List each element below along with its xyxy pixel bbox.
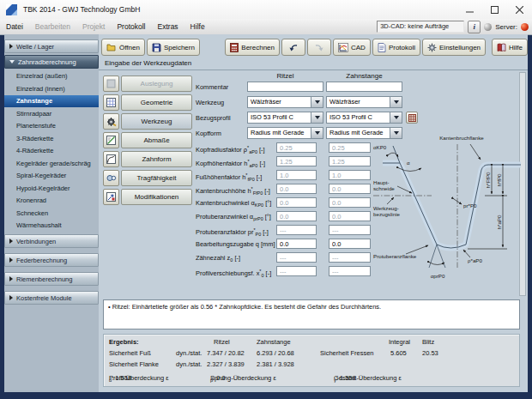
settings-label: Einstellungen (439, 44, 481, 51)
dropdown-arrow-icon[interactable] (311, 128, 323, 138)
tab-label: Zahnform (121, 151, 192, 167)
sidebar-group-zahnradberechnung[interactable]: Zahnradberechnung (4, 55, 99, 69)
cad-button[interactable]: CAD (333, 39, 371, 56)
werkzeug-select-zahnstange[interactable]: Wälzfräser (326, 96, 402, 108)
field-label-bezugsprofil: Bezugsprofil (196, 112, 231, 124)
sidebar-item-waermehaushalt[interactable]: Wärmehaushalt (4, 220, 99, 232)
help-button[interactable]: Hilfe (492, 39, 528, 56)
sidebar-item-4-raederkette[interactable]: 4-Räderkette (4, 145, 99, 157)
kopfradiusfaktor-ritzel (276, 142, 317, 153)
sidebar-group-riemenberechnung[interactable]: Riemenberechnung (4, 272, 99, 286)
kopfhoehenfaktor-zahnstange (329, 156, 371, 166)
gear-icon (427, 43, 437, 52)
kantenbruchwinkel-zahnstange (329, 197, 371, 208)
sidebar-item-einzelrad-innen[interactable]: Einzelrad (innen) (4, 83, 99, 95)
redo-button (307, 39, 331, 56)
info-button[interactable]: i (468, 21, 481, 33)
undo-button[interactable] (281, 39, 305, 56)
menu-extras[interactable]: Extras (152, 20, 184, 34)
profilverschiebung-ritzel (276, 266, 317, 276)
results-col-integral: Integral (389, 338, 410, 346)
selected-value: ISO 53 Profil C (248, 112, 311, 123)
result-fuss-zahnstange: 6.293 / 20.68 (257, 349, 294, 357)
dropdown-arrow-icon[interactable] (390, 97, 402, 107)
diagram-label-h-fp0: h*fP0 (496, 173, 502, 187)
fusshoehenfaktor-ritzel (276, 170, 317, 180)
diagram-label-alpha-prp0: αprP0 (431, 273, 445, 279)
tab-auslegung: Auslegung (103, 76, 192, 92)
tab-werkzeug[interactable]: Werkzeug (103, 113, 192, 130)
sidebar-item-einzelrad-aussen[interactable]: Einzelrad (außen) (4, 70, 99, 82)
sidebar-item-schnecken[interactable]: Schnecken (4, 208, 99, 220)
server-label: Server: (495, 23, 517, 31)
toolbar: Öffnen Speichern Berechnen (101, 38, 528, 57)
cad-status-field: 3D-CAD: keine Aufträge (377, 21, 464, 33)
result-flanke-mode: dyn./stat. (176, 360, 202, 368)
sidebar-item-zahnstange[interactable]: Zahnstange (4, 95, 99, 107)
field-label-werkzeug: Werkzeug (196, 97, 224, 108)
help-label: Hilfe (509, 44, 523, 51)
minimize-button[interactable] (457, 0, 482, 19)
tab-abmasse[interactable]: Abmaße (103, 132, 192, 148)
section-header: Eingabe der Werkzeugdaten (99, 57, 528, 70)
field-label-protuberanzwinkel: Protuberanzwinkel αprP0 [°] (196, 211, 271, 225)
bearbeitungszugabe-ritzel[interactable] (276, 239, 317, 249)
sidebar-item-kegelraeder[interactable]: Kegelräder gerade/schräg (4, 158, 99, 170)
bearbeitungszugabe-zahnstange[interactable] (329, 239, 371, 249)
result-flanke-zahnstange: 2.381 / 3.928 (257, 360, 294, 368)
maximize-icon (491, 6, 499, 14)
minimize-icon (466, 6, 474, 14)
save-button[interactable]: Speichern (147, 39, 200, 56)
zaehnezahl-zahnstange (329, 252, 371, 263)
app-logo-icon (6, 4, 17, 15)
result-sprung-ueberdeckung: Sprung-Überdeckung εβ: 0.0 (210, 374, 213, 383)
werkzeug-select-ritzel[interactable]: Wälzfräser (247, 96, 323, 108)
sidebar-group-label: Verbindungen (16, 238, 56, 245)
tab-modifikationen[interactable]: Modifikationen (103, 189, 192, 205)
sidebar-group-welle-lager[interactable]: Welle / Lager (4, 39, 99, 53)
dropdown-arrow-icon[interactable] (311, 112, 323, 123)
tab-tragfaehigkeit[interactable]: Tragfähigkeit (103, 170, 192, 186)
kommentar-input-ritzel[interactable] (247, 82, 323, 92)
open-button[interactable]: Öffnen (101, 39, 145, 56)
app-window: TBK 2014 - GWJ Technology GmbH Datei Bea… (0, 0, 532, 399)
sidebar-item-3-raederkette[interactable]: 3-Räderkette (4, 133, 99, 145)
help-book-icon (497, 43, 506, 52)
menubar-status-cluster: 3D-CAD: keine Aufträge i Server: (377, 21, 532, 33)
protocol-button[interactable]: Protokoll (372, 39, 420, 56)
tragfaehigkeit-icon (103, 170, 119, 186)
diagram-label-alpha-kp0: αKP0 (373, 144, 387, 150)
maximize-button[interactable] (482, 0, 507, 19)
settings-button[interactable]: Einstellungen (422, 39, 486, 56)
menu-protokoll[interactable]: Protokoll (111, 20, 151, 34)
menu-hilfe[interactable]: Hilfe (184, 20, 211, 34)
result-fressen-integral: 5.605 (390, 349, 407, 357)
sidebar-item-spiral-kegelraeder[interactable]: Spiral-Kegelräder (4, 170, 99, 182)
zahnform-icon (103, 151, 119, 167)
floppy-save-icon (152, 43, 161, 52)
kopfform-select-ritzel[interactable]: Radius mit Gerade (247, 127, 323, 139)
sidebar-group-kostenfreie-module[interactable]: Kostenfreie Module (4, 291, 99, 305)
sidebar-item-kronenrad[interactable]: Kronenrad (4, 195, 99, 207)
close-button[interactable] (507, 0, 532, 19)
menu-datei[interactable]: Datei (0, 20, 29, 34)
protocol-label: Protokoll (389, 44, 415, 51)
tab-label: Auslegung (121, 76, 192, 92)
kommentar-input-zahnstange[interactable] (326, 82, 402, 92)
result-fuss-mode: dyn./stat. (176, 349, 202, 357)
tab-zahnform[interactable]: Zahnform (103, 151, 192, 167)
expand-arrow-icon (9, 276, 13, 281)
sidebar-group-verbindungen[interactable]: Verbindungen (4, 234, 99, 248)
tab-label: Tragfähigkeit (121, 170, 192, 186)
bezugsprofil-select-ritzel[interactable]: ISO 53 Profil C (247, 112, 323, 124)
results-col-zahnstange: Zahnstange (257, 338, 291, 346)
sidebar-item-planetenstufe[interactable]: Planetenstufe (4, 120, 99, 132)
sidebar-group-label: Federberechnung (16, 257, 67, 264)
tab-geometrie[interactable]: Geometrie (103, 94, 192, 111)
calculate-button[interactable]: Berechnen (225, 39, 280, 56)
sidebar-group-federberechnung[interactable]: Federberechnung (4, 253, 99, 267)
dropdown-arrow-icon[interactable] (311, 97, 323, 107)
sidebar-item-hypoid-kegelraeder[interactable]: Hypoid-Kegelräder (4, 183, 99, 195)
sidebar-item-stirnradpaar[interactable]: Stirnradpaar (4, 108, 99, 120)
calculate-label: Berechnen (241, 44, 275, 51)
